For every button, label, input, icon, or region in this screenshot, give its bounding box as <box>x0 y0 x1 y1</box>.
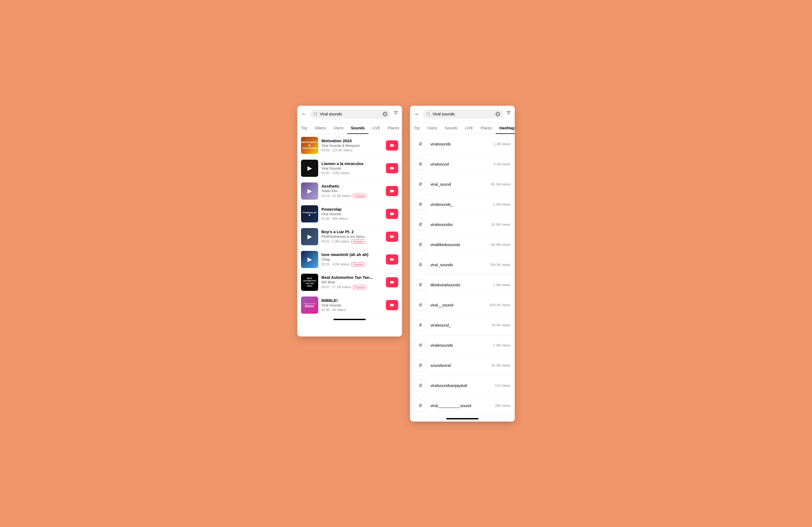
hashtag-name-5: viraltiktoksounds <box>431 242 487 247</box>
hashtag-views-6: 784.5K views <box>490 263 510 267</box>
svg-point-5 <box>427 112 430 115</box>
tab-hashtags-2[interactable]: Hashtags <box>496 123 515 134</box>
hashtag-name-7: tiktokviralsounds <box>431 283 489 287</box>
sound-artist-powerslap: Viral Sounds <box>321 212 383 216</box>
use-button-bibble[interactable] <box>386 300 398 310</box>
hashtag-item-0[interactable]: # viralsounds 1.3B views <box>410 134 515 154</box>
sound-artist-love: CKay <box>321 257 383 261</box>
clear-button-2[interactable] <box>495 111 500 117</box>
sound-meta-beat: 00:07 · 27.2M videos Popular <box>321 285 383 289</box>
use-button-aesthetic[interactable] <box>386 186 398 196</box>
tabs-1: Top Videos Users Sounds LIVE Places Has.… <box>297 123 402 134</box>
hashtag-icon-9: # <box>414 319 427 331</box>
hashtag-item-5[interactable]: # viraltiktoksounds 44.4M views <box>410 235 515 255</box>
sound-info-beat: Beat Automotivo Tan Tan... WZ Beat 00:07… <box>321 275 383 289</box>
sound-item-powerslap: POWERSLAP▶ Powerslap Viral Sounds 01:00 … <box>297 202 402 225</box>
tab-sounds-2[interactable]: Sounds <box>441 123 461 134</box>
hashtag-views-0: 1.3B views <box>494 142 510 146</box>
svg-line-1 <box>316 115 317 116</box>
sound-info-powerslap: Powerslap Viral Sounds 01:00 · 438 video… <box>321 207 383 221</box>
hashtag-views-5: 44.4M views <box>491 243 510 246</box>
hashtag-views-4: 10.6M views <box>491 223 510 226</box>
tab-top-2[interactable]: Top <box>410 123 424 134</box>
tab-sounds-1[interactable]: Sounds <box>347 123 368 134</box>
sound-item-liar: ▶ Boy's a Liar Pt. 2 PinkPantheress & Ic… <box>297 225 402 248</box>
hashtag-icon-5: # <box>414 239 427 251</box>
search-query-1[interactable]: Viral sounds <box>320 111 380 116</box>
hashtag-item-2[interactable]: # viral_sound 60.1M views <box>410 175 515 195</box>
sound-duration-powerslap: 01:00 · 438 videos <box>321 217 348 221</box>
use-button-powerslap[interactable] <box>386 209 398 219</box>
sound-title-motivation: Motivation 2024 <box>321 138 383 143</box>
sound-thumb-love[interactable]: ▶ <box>301 251 318 268</box>
hashtag-item-1[interactable]: # viralsound 5.2B views <box>410 154 515 175</box>
filter-button-2[interactable] <box>506 110 511 118</box>
hashtag-item-10[interactable]: # viralesounds 1.4M views <box>410 335 515 356</box>
sound-duration-aesthetic: 02:14 · 12.3M videos <box>321 194 351 198</box>
hashtag-name-11: soundsviral <box>431 363 487 367</box>
hashtag-views-2: 60.1M views <box>491 182 510 186</box>
hashtag-item-3[interactable]: # viralsounds_ 1.2M views <box>410 195 515 215</box>
sound-item-beat: BEATAUTOMOTIVOTAN TANVIRAL Beat Automoti… <box>297 271 402 294</box>
hashtag-name-1: viralsound <box>431 162 490 166</box>
hashtag-item-11[interactable]: # soundsviral 36.3M views <box>410 356 515 376</box>
back-button-2[interactable]: ← <box>413 110 421 118</box>
sound-thumb-llamen[interactable]: ▶ <box>301 160 318 177</box>
sound-meta-motivation: 00:59 · 123.5K videos <box>321 148 383 152</box>
sound-artist-llamen: Viral Sounds <box>321 166 383 170</box>
tab-live-2[interactable]: LIVE <box>461 123 477 134</box>
hashtag-item-9[interactable]: # viralsound_ 20.9K views <box>410 315 515 335</box>
use-button-beat[interactable] <box>386 277 398 287</box>
tab-live-1[interactable]: LIVE <box>368 123 384 134</box>
hashtag-item-8[interactable]: # viral__sound 629.4K views <box>410 295 515 315</box>
tab-top-1[interactable]: Top <box>297 123 311 134</box>
back-button-1[interactable]: ← <box>301 110 308 118</box>
popular-badge-love: Popular <box>351 262 365 267</box>
sound-meta-powerslap: 01:00 · 438 videos <box>321 217 383 221</box>
sound-thumb-motivation[interactable]: MOTIVAÇÃO 2▶Viral Sounds <box>301 137 318 154</box>
sound-thumb-liar[interactable]: ▶ <box>301 228 318 245</box>
search-query-2[interactable]: Viral sounds <box>433 111 493 116</box>
hashtag-item-7[interactable]: # tiktokviralsounds 1.3M views <box>410 275 515 295</box>
sound-meta-llamen: 01:00 · 3195 videos <box>321 171 383 175</box>
sound-title-beat: Beat Automotivo Tan Tan... <box>321 275 383 280</box>
sound-thumb-bibble[interactable]: Viral Sounds Bibble! <box>301 297 318 314</box>
use-button-llamen[interactable] <box>386 163 398 174</box>
hashtag-views-10: 1.4M views <box>493 343 510 347</box>
hashtag-name-2: viral_sound <box>431 182 487 186</box>
tab-users-1[interactable]: Users <box>330 123 347 134</box>
hashtag-icon-8: # <box>414 299 427 311</box>
hashtag-icon-7: # <box>414 279 427 291</box>
sound-info-bibble: BIBBLE! Viral Sounds 01:00 · 49 videos <box>321 298 383 312</box>
tab-places-1[interactable]: Places <box>384 123 402 134</box>
play-icon-aesthetic: ▶ <box>307 187 312 195</box>
clear-button-1[interactable] <box>383 111 388 117</box>
sound-meta-liar: 00:52 · 2.3M videos Popular <box>321 239 383 244</box>
sound-thumb-powerslap[interactable]: POWERSLAP▶ <box>301 205 318 223</box>
use-button-motivation[interactable] <box>386 140 398 151</box>
tab-users-2[interactable]: Users <box>424 123 441 134</box>
search-bar-2: ← Viral sounds <box>410 106 515 123</box>
hashtag-views-12: 114 views <box>495 383 510 388</box>
hashtag-list: # viralsounds 1.3B views # viralsound 5.… <box>410 134 515 416</box>
tab-places-2[interactable]: Places <box>477 123 496 134</box>
popular-badge-liar: Popular <box>351 239 365 244</box>
tab-videos-1[interactable]: Videos <box>311 123 330 134</box>
hashtag-item-4[interactable]: # viralsoundss 10.6M views <box>410 215 515 235</box>
use-button-liar[interactable] <box>386 231 398 242</box>
hashtag-item-6[interactable]: # viral_sounds 784.5K views <box>410 255 515 275</box>
sound-thumb-aesthetic[interactable]: ▶ <box>301 182 318 200</box>
search-icon-2 <box>426 112 431 116</box>
filter-button-1[interactable] <box>393 110 399 118</box>
hashtag-item-13[interactable]: # viral__________sound 265 views <box>410 396 515 416</box>
sound-thumb-beat[interactable]: BEATAUTOMOTIVOTAN TANVIRAL <box>301 274 318 291</box>
hashtag-item-12[interactable]: # viralsoundsanjaydutt 114 views <box>410 376 515 396</box>
hashtag-name-13: viral__________sound <box>431 403 491 408</box>
use-button-love[interactable] <box>386 254 398 265</box>
sound-duration-love: 02:25 · 4.2M videos <box>321 262 350 266</box>
hashtag-icon-12: # <box>414 379 427 392</box>
popular-badge-aesthetic: Popular <box>353 194 366 198</box>
play-icon-llamen: ▶ <box>307 165 312 172</box>
sound-artist-beat: WZ Beat <box>321 280 383 284</box>
sound-meta-bibble: 01:00 · 49 videos <box>321 308 383 312</box>
